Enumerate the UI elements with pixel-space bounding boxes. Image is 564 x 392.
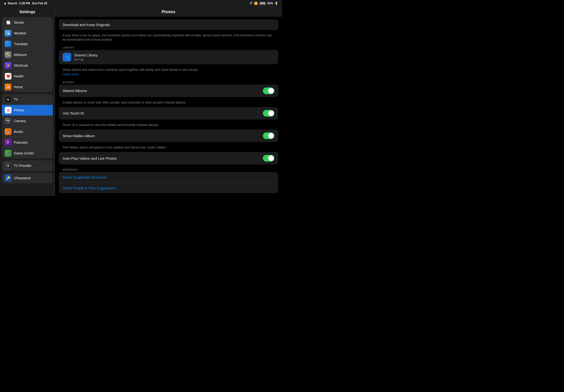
shared-albums-row[interactable]: Shared Albums — [59, 85, 278, 97]
albums-group: Shared Albums — [59, 85, 278, 97]
sidebar-item-books[interactable]: 📚 Books — [2, 126, 53, 137]
sidebar-label-tvprovider: TV Provider — [14, 164, 31, 168]
shared-library-icon: 👥 — [63, 53, 71, 61]
sidebar-label-photos: Photos — [14, 108, 24, 112]
autoplay-label: Auto-Play Videos and Live Photos — [63, 156, 117, 160]
autoplay-row[interactable]: Auto-Play Videos and Live Photos — [59, 152, 278, 165]
podcasts-icon: 🎙 — [5, 139, 12, 146]
reset-memories-row[interactable]: Reset Suggested Memories — [59, 172, 278, 183]
airplane-icon: ✈️ — [249, 2, 253, 5]
shared-library-row[interactable]: 👥 Shared Library Set Up › — [59, 50, 278, 64]
status-left: ◀ Search 3:38 PM Sun Feb 25 — [4, 2, 47, 5]
sidebar-label-camera: Camera — [14, 119, 26, 123]
sidebar-item-tv[interactable]: tv TV — [2, 94, 53, 105]
sidebar-label-stocks: Stocks — [14, 21, 24, 24]
scroll-indicator — [59, 195, 278, 196]
main-layout: Settings 📈 Stocks 🌤 Weather 🌐 Translate … — [0, 7, 282, 196]
detail-panel: Photos Download and Keep Originals If yo… — [55, 7, 282, 196]
show-hidden-label: Show Hidden Album — [63, 134, 95, 138]
sidebar-item-tvprovider[interactable]: $ TV Provider — [2, 160, 53, 171]
tv-icon: tv — [5, 96, 12, 103]
books-icon: 📚 — [5, 128, 12, 135]
sidebar-label-translate: Translate — [14, 42, 28, 46]
1password-icon: 🔑 — [5, 175, 12, 182]
shared-library-sublabel: Set Up — [74, 58, 97, 61]
show-hidden-toggle[interactable] — [263, 132, 274, 139]
shortcuts-icon: ⚡ — [5, 62, 12, 69]
vpn-badge: VPN — [259, 2, 266, 5]
autoplay-knob — [268, 155, 274, 161]
stocks-icon: 📈 — [5, 19, 12, 26]
home-icon: 🏠 — [5, 84, 12, 90]
sidebar-label-tv: TV — [14, 98, 18, 101]
shared-albums-toggle[interactable] — [263, 87, 274, 94]
shared-albums-toggle-knob — [268, 88, 274, 94]
library-group: 👥 Shared Library Set Up › — [59, 50, 278, 64]
sidebar-label-health: Health — [14, 74, 23, 78]
shared-library-label: Shared Library — [74, 53, 97, 57]
sidebar-label-gamecenter: Game Center — [14, 151, 34, 155]
sidebar-group-1password: 🔑 1Password — [2, 173, 53, 183]
sidebar-group-tvprovider: $ TV Provider — [2, 160, 53, 171]
measure-icon: 📏 — [5, 51, 12, 58]
memories-group: Reset Suggested Memories Reset People & … — [59, 172, 278, 193]
sidebar-item-camera[interactable]: 📷 Camera — [2, 116, 53, 126]
shared-library-left: 👥 Shared Library Set Up — [63, 53, 97, 61]
sidebar-item-measure[interactable]: 📏 Measure — [2, 49, 53, 60]
sidebar-item-photos[interactable]: 🌸 Photos — [2, 105, 53, 116]
status-date: Sun Feb 25 — [32, 2, 47, 5]
reset-people-row[interactable]: Reset People & Pets Suggestions — [59, 183, 278, 193]
sidebar-item-podcasts[interactable]: 🎙 Podcasts — [2, 137, 53, 148]
sidebar-item-stocks[interactable]: 📈 Stocks — [2, 17, 53, 28]
gamecenter-icon: 🎮 — [5, 150, 12, 156]
detail-scroll[interactable]: Download and Keep Originals If your iPad… — [55, 16, 282, 196]
sidebar-item-1password[interactable]: 🔑 1Password — [2, 173, 53, 183]
sidebar-item-health[interactable]: ❤️ Health — [2, 71, 53, 82]
touch-id-group: Use Touch ID — [59, 107, 278, 120]
sidebar-group-apps-mid: tv TV 🌸 Photos 📷 Camera 📚 Books 🎙 Podcas… — [2, 94, 53, 158]
use-touch-id-knob — [268, 111, 274, 116]
use-touch-id-row[interactable]: Use Touch ID — [59, 107, 278, 120]
sidebar-item-translate[interactable]: 🌐 Translate — [2, 39, 53, 49]
sidebar-group-apps-top: 📈 Stocks 🌤 Weather 🌐 Translate 📏 Measure… — [2, 17, 53, 92]
battery-percent: 91% — [267, 2, 273, 5]
tvprovider-icon: $ — [5, 162, 12, 169]
use-touch-id-label: Use Touch ID — [63, 111, 84, 115]
sidebar-label-podcasts: Podcasts — [14, 140, 28, 144]
sidebar-item-weather[interactable]: 🌤 Weather — [2, 28, 53, 39]
shared-albums-label: Shared Albums — [63, 89, 87, 93]
health-icon: ❤️ — [5, 73, 12, 80]
albums-section-label: ALBUMS — [59, 79, 278, 85]
detail-title: Photos — [55, 7, 282, 16]
top-row-group: Download and Keep Originals — [59, 19, 278, 30]
touch-id-description: Touch ID is required to view the Hidden … — [59, 121, 278, 129]
sidebar-label-measure: Measure — [14, 53, 27, 57]
hidden-album-description: The Hidden album will appear in the side… — [59, 144, 278, 152]
library-section-label: LIBRARY — [59, 44, 278, 50]
sidebar-item-shortcuts[interactable]: ⚡ Shortcuts — [2, 60, 53, 71]
status-time: 3:38 PM — [19, 2, 30, 5]
sidebar-label-shortcuts: Shortcuts — [14, 64, 28, 67]
show-hidden-knob — [268, 133, 274, 139]
reset-people-label: Reset People & Pets Suggestions — [63, 186, 116, 190]
sidebar-label-books: Books — [14, 130, 23, 134]
photos-icon: 🌸 — [5, 107, 12, 113]
autoplay-toggle[interactable] — [263, 155, 274, 162]
sidebar-item-gamecenter[interactable]: 🎮 Game Center — [2, 148, 53, 158]
status-right: ✈️ 📶 VPN 91% 🔋 — [249, 2, 278, 5]
sidebar-item-home[interactable]: 🏠 Home — [2, 82, 53, 92]
sidebar-label-weather: Weather — [14, 31, 27, 35]
learn-more-link[interactable]: Learn more... — [63, 72, 81, 76]
show-hidden-album-row[interactable]: Show Hidden Album — [59, 129, 278, 142]
download-keep-originals-row[interactable]: Download and Keep Originals — [59, 19, 278, 30]
shared-albums-description: Create albums to share with other people… — [59, 99, 278, 107]
download-keep-label: Download and Keep Originals — [63, 23, 110, 27]
top-description: If your iPad is low on space, full-resol… — [59, 32, 278, 44]
use-touch-id-toggle[interactable] — [263, 110, 274, 117]
sidebar-label-1password: 1Password — [14, 176, 30, 180]
shared-library-text: Shared Library Set Up — [74, 53, 97, 61]
back-label[interactable]: Search — [8, 2, 17, 5]
weather-icon: 🌤 — [5, 30, 12, 37]
back-arrow-icon: ◀ — [4, 2, 6, 5]
status-bar: ◀ Search 3:38 PM Sun Feb 25 ✈️ 📶 VPN 91%… — [0, 0, 282, 7]
